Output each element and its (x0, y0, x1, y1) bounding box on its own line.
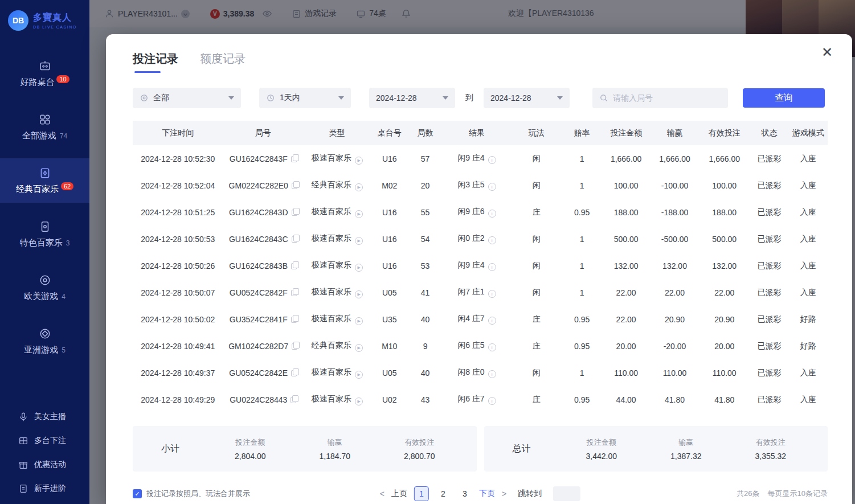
cell-round-id: GM1024C282D7 (223, 333, 303, 359)
copy-icon[interactable] (291, 317, 297, 323)
cell-winloss: 110.00 (651, 359, 699, 386)
cell-status: 已派彩 (750, 333, 788, 359)
time-range-select[interactable]: 1天内 (259, 88, 351, 108)
cell-winloss: -500.00 (651, 226, 699, 252)
next-page-button[interactable]: 下页 (479, 489, 495, 499)
count-badge: 4 (62, 293, 66, 301)
card-tile-icon (39, 167, 51, 179)
cell-table-no: U16 (371, 226, 408, 252)
replay-icon[interactable]: ▶ (355, 237, 363, 245)
page-1[interactable]: 1 (414, 486, 429, 501)
sidebar-item-asian-games[interactable]: 亚洲游戏5 (0, 319, 89, 363)
replay-icon[interactable]: ▶ (355, 183, 363, 191)
date-from-picker[interactable]: 2024-12-28 (369, 88, 455, 108)
copy-icon[interactable] (291, 263, 297, 269)
sidebar-item-classic-baccarat[interactable]: 经典百家乐62 (0, 158, 89, 203)
cell-table-no: U16 (371, 252, 408, 279)
tab-quota-records[interactable]: 额度记录 (200, 51, 246, 73)
copy-icon[interactable] (292, 210, 297, 216)
total-bet-value: 3,442.00 (586, 452, 617, 461)
cell-round-id: GU0524C2842F (223, 279, 303, 306)
bet-table-body: 2024-12-28 10:52:30 GU1624C2843F 极速百家乐▶ … (133, 145, 828, 413)
info-icon[interactable]: i (488, 183, 496, 191)
cell-odds: 1 (562, 279, 602, 306)
subtotal-valid-value: 2,800.70 (404, 452, 435, 461)
tab-bet-records[interactable]: 投注记录 (133, 51, 178, 73)
sidebar-item-multi-table-bet[interactable]: 多台下注 (0, 429, 89, 453)
cell-valid-bet: 132.00 (699, 252, 750, 279)
cell-play: 庄 (511, 306, 562, 333)
type-select[interactable]: 全部 (133, 88, 241, 108)
copy-icon[interactable] (292, 343, 297, 350)
info-icon[interactable]: i (488, 263, 496, 271)
sidebar-item-all-games[interactable]: 全部游戏74 (0, 105, 89, 149)
cell-valid-bet: 100.00 (699, 172, 750, 199)
sidebar-item-label: 美女主播 (34, 412, 66, 422)
time-range-value: 1天内 (280, 93, 300, 103)
clock-icon (266, 93, 275, 103)
cell-winloss: -20.00 (651, 333, 699, 359)
copy-icon[interactable] (292, 183, 297, 189)
cell-round-id: GU1624C2843C (223, 226, 303, 252)
subtotal-valid: 有效投注 2,800.70 (404, 437, 435, 461)
table-header-row: 下注时间 局号 类型 桌台号 局数 结果 玩法 赔率 投注金额 输赢 有效投注 … (133, 121, 828, 145)
info-icon[interactable]: i (488, 290, 496, 298)
sidebar-item-western-games[interactable]: 欧美游戏4 (0, 265, 89, 310)
date-to-picker[interactable]: 2024-12-28 (484, 88, 570, 108)
cell-round-id: GU3524C2841F (223, 306, 303, 333)
info-icon[interactable]: i (488, 156, 496, 164)
cell-result: 闲6 庄5i (443, 333, 511, 359)
merge-checkbox-label: 投注记录按照局、玩法合并展示 (146, 489, 250, 499)
jump-to-input[interactable] (553, 486, 580, 501)
sidebar-item-good-road-tables[interactable]: 好路桌台10 (0, 51, 89, 96)
copy-icon[interactable] (291, 290, 297, 296)
replay-icon[interactable]: ▶ (355, 264, 363, 272)
copy-icon[interactable] (291, 156, 297, 162)
replay-icon[interactable]: ▶ (355, 398, 363, 405)
guide-book-icon (18, 483, 28, 494)
cell-status: 已派彩 (750, 386, 788, 413)
copy-icon[interactable] (292, 236, 297, 243)
info-icon[interactable]: i (488, 210, 496, 218)
bet-record-modal: ✕ 投注记录 额度记录 全部 1天内 2024-12-28 到 2024-12 (106, 34, 852, 504)
cell-bet-time: 2024-12-28 10:52:04 (133, 172, 223, 199)
copy-icon[interactable] (291, 370, 297, 376)
sidebar-item-special-baccarat[interactable]: 特色百家乐3 (0, 212, 89, 256)
cell-bet-amount: 188.00 (602, 199, 650, 226)
sidebar-item-promotions[interactable]: 优惠活动 (0, 453, 89, 477)
cell-odds: 1 (562, 252, 602, 279)
cell-status: 已派彩 (750, 279, 788, 306)
copy-icon[interactable] (291, 397, 296, 403)
info-icon[interactable]: i (488, 317, 496, 325)
merge-checkbox[interactable]: ✓ (133, 489, 142, 498)
replay-icon[interactable]: ▶ (355, 371, 363, 379)
prev-arrow-icon[interactable]: < (380, 489, 384, 498)
replay-icon[interactable]: ▶ (355, 317, 363, 325)
sidebar-item-beauty-anchor[interactable]: 美女主播 (0, 405, 89, 429)
query-button[interactable]: 查询 (743, 88, 825, 108)
page-3[interactable]: 3 (457, 486, 472, 501)
total-label: 总计 (484, 443, 559, 455)
page-2[interactable]: 2 (436, 486, 451, 501)
replay-icon[interactable]: ▶ (355, 157, 363, 165)
info-icon[interactable]: i (488, 370, 496, 378)
info-icon[interactable]: i (488, 397, 496, 405)
cell-odds: 1 (562, 145, 602, 172)
sidebar-item-label: 多台下注 (34, 436, 66, 446)
sidebar-item-beginner-guide[interactable]: 新手进阶 (0, 477, 89, 501)
cell-valid-bet: 500.00 (699, 226, 750, 252)
info-icon[interactable]: i (488, 343, 496, 351)
cell-winloss: -100.00 (651, 172, 699, 199)
next-arrow-icon[interactable]: > (502, 489, 506, 498)
cell-valid-bet: 1,666.00 (699, 145, 750, 172)
replay-icon[interactable]: ▶ (355, 290, 363, 298)
subtotal-bet-value: 2,804.00 (235, 452, 266, 461)
brand-logo: DB 多寶真人 DB LIVE CASINO (0, 0, 89, 36)
close-icon[interactable]: ✕ (821, 46, 833, 59)
prev-page-button[interactable]: 上页 (391, 489, 407, 499)
replay-icon[interactable]: ▶ (355, 344, 363, 352)
round-id-input[interactable] (613, 93, 710, 103)
replay-icon[interactable]: ▶ (355, 210, 363, 218)
info-icon[interactable]: i (488, 236, 496, 244)
subtotal-winloss: 输赢 1,184.70 (320, 437, 351, 461)
